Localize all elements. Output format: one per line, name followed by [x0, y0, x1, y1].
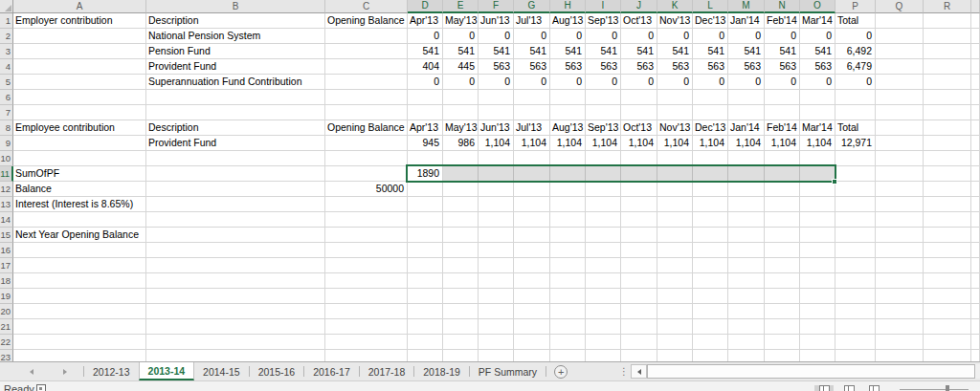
cell-O15[interactable] [800, 228, 835, 243]
cell-L14[interactable] [693, 212, 728, 228]
cell-N22[interactable] [765, 335, 800, 350]
cell-K17[interactable] [657, 258, 693, 273]
cell-E3[interactable]: 541 [443, 44, 479, 59]
cell-N13[interactable] [765, 197, 800, 212]
cell-S9[interactable] [971, 136, 980, 151]
cell-O3[interactable]: 541 [800, 44, 835, 59]
cell-A4[interactable] [13, 59, 146, 75]
cell-C10[interactable] [325, 151, 408, 166]
cell-Q23[interactable] [876, 350, 924, 361]
cell-H18[interactable] [550, 273, 586, 289]
cell-K2[interactable]: 0 [657, 29, 693, 44]
cell-D4[interactable]: 404 [408, 59, 443, 75]
row-header-12[interactable]: 12 [0, 182, 13, 197]
cell-C9[interactable] [325, 136, 408, 151]
cell-I3[interactable]: 541 [586, 44, 621, 59]
cell-O7[interactable] [800, 105, 835, 120]
cell-M15[interactable] [728, 228, 765, 243]
cell-K8[interactable]: Nov'13 [657, 120, 693, 136]
cell-F13[interactable] [479, 197, 514, 212]
cell-B18[interactable] [146, 273, 325, 289]
cell-E19[interactable] [443, 289, 479, 304]
cell-E12[interactable] [443, 182, 479, 197]
cell-F18[interactable] [479, 273, 514, 289]
cell-H20[interactable] [550, 304, 586, 319]
cell-O19[interactable] [800, 289, 835, 304]
cell-B6[interactable] [146, 90, 325, 105]
cell-R11[interactable] [924, 166, 971, 182]
cell-M6[interactable] [728, 90, 765, 105]
cell-G14[interactable] [514, 212, 550, 228]
cell-A22[interactable] [13, 335, 146, 350]
cell-J4[interactable]: 563 [621, 59, 657, 75]
cell-N2[interactable]: 0 [765, 29, 800, 44]
cell-J1[interactable]: Oct'13 [621, 13, 657, 29]
cell-K1[interactable]: Nov'13 [657, 13, 693, 29]
cell-E7[interactable] [443, 105, 479, 120]
cell-R15[interactable] [924, 228, 971, 243]
cell-L17[interactable] [693, 258, 728, 273]
cell-A1[interactable]: Employer contribution [13, 13, 146, 29]
cell-Q18[interactable] [876, 273, 924, 289]
cell-P20[interactable] [835, 304, 876, 319]
cell-L23[interactable] [693, 350, 728, 361]
cell-L3[interactable]: 541 [693, 44, 728, 59]
cell-C7[interactable] [325, 105, 408, 120]
cell-G20[interactable] [514, 304, 550, 319]
cell-R3[interactable] [924, 44, 971, 59]
hscroll-left-button[interactable] [631, 364, 647, 379]
cell-M22[interactable] [728, 335, 765, 350]
cell-G7[interactable] [514, 105, 550, 120]
cell-N23[interactable] [765, 350, 800, 361]
cell-K13[interactable] [657, 197, 693, 212]
cell-C8[interactable]: Opening Balance [325, 120, 408, 136]
row-header-17[interactable]: 17 [0, 258, 13, 273]
cell-H17[interactable] [550, 258, 586, 273]
cell-O6[interactable] [800, 90, 835, 105]
cell-H6[interactable] [550, 90, 586, 105]
cell-K16[interactable] [657, 243, 693, 258]
cell-A9[interactable] [13, 136, 146, 151]
select-all-corner[interactable] [0, 0, 13, 13]
zoom-slider-thumb-icon[interactable] [946, 385, 949, 391]
cell-C4[interactable] [325, 59, 408, 75]
column-header-G[interactable]: G [514, 0, 550, 13]
row-header-9[interactable]: 9 [0, 136, 13, 151]
cell-I21[interactable] [586, 319, 621, 335]
column-header-J[interactable]: J [621, 0, 657, 13]
sheet-tab-2013-14[interactable]: 2013-14 [139, 362, 195, 380]
selection-fill-handle-icon[interactable] [832, 179, 837, 185]
row-header-18[interactable]: 18 [0, 273, 13, 289]
cell-J18[interactable] [621, 273, 657, 289]
cell-B23[interactable] [146, 350, 325, 361]
cell-Q3[interactable] [876, 44, 924, 59]
cell-Q17[interactable] [876, 258, 924, 273]
cell-M18[interactable] [728, 273, 765, 289]
cell-J3[interactable]: 541 [621, 44, 657, 59]
cell-M17[interactable] [728, 258, 765, 273]
column-header-E[interactable]: E [443, 0, 479, 13]
cell-C6[interactable] [325, 90, 408, 105]
cell-A16[interactable] [13, 243, 146, 258]
cell-K22[interactable] [657, 335, 693, 350]
cell-D12[interactable] [408, 182, 443, 197]
cell-I13[interactable] [586, 197, 621, 212]
macro-record-icon[interactable] [36, 384, 46, 391]
cell-R1[interactable] [924, 13, 971, 29]
column-header-O[interactable]: O [800, 0, 835, 13]
cell-I5[interactable]: 0 [586, 75, 621, 90]
column-header-B[interactable]: B [146, 0, 325, 13]
cell-A19[interactable] [13, 289, 146, 304]
cell-H1[interactable]: Aug'13 [550, 13, 586, 29]
sheet-tab-2017-18[interactable]: 2017-18 [360, 362, 414, 380]
cell-A21[interactable] [13, 319, 146, 335]
cell-P17[interactable] [835, 258, 876, 273]
cell-O12[interactable] [800, 182, 835, 197]
sheet-tab-2015-16[interactable]: 2015-16 [250, 362, 304, 380]
cell-R10[interactable] [924, 151, 971, 166]
cell-C23[interactable] [325, 350, 408, 361]
cell-M7[interactable] [728, 105, 765, 120]
cell-Q7[interactable] [876, 105, 924, 120]
cell-P16[interactable] [835, 243, 876, 258]
cell-J15[interactable] [621, 228, 657, 243]
